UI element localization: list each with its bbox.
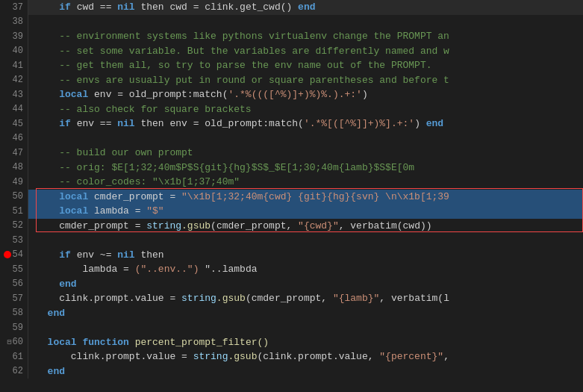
line-number: 62 [0,364,28,379]
code-line: 58 end [0,306,583,321]
code-line: 53 [0,233,583,248]
code-line: 45 if env == nil then env = old_prompt:m… [0,116,583,131]
code-token: "{cwd}" [298,220,339,231]
code-token: clink.prompt.value = [59,293,181,304]
code-line: 42 -- envs are usually put in round or s… [0,73,583,88]
code-line: 39 -- environment systems like pythons v… [0,29,583,44]
line-content: local lambda = "$" [28,204,583,219]
code-token: -- build our own prompt [59,147,193,158]
code-editor: 37 if cwd == nil then cwd = clink.get_cw… [0,0,583,379]
code-token [36,104,59,115]
code-token: ) [362,89,368,100]
code-token: "..lambda [199,264,257,275]
code-token: lambda = [82,264,134,275]
line-content: cmder_prompt = string.gsub(cmder_prompt,… [28,219,583,234]
code-token: , [443,351,449,362]
line-content: -- get them all, so try to parse the env… [28,58,583,73]
code-token [36,162,59,173]
code-token: env ~= [71,249,117,261]
code-token: (cmder_prompt, [211,220,298,231]
code-token [36,205,59,217]
line-number: 53 [0,233,28,248]
code-token [36,1,59,13]
line-number: 42 [0,73,28,88]
code-token: env == [71,118,117,129]
code-token: nil [117,1,134,13]
code-token: if [59,1,71,13]
code-token: env = old_prompt:match( [88,89,228,100]
code-token: lambda = [88,205,146,217]
line-content: end [28,364,583,379]
line-content: -- also check for square brackets [28,102,583,117]
code-line: 57 clink.prompt.value = string.gsub(cmde… [0,291,583,306]
line-number: 47 [0,146,28,161]
code-token: cwd = clink.get_cwd() [164,1,298,13]
line-number: ⊟60 [0,335,28,350]
code-token: local [48,337,77,348]
code-token: local [59,89,88,100]
code-line: 47 -- build our own prompt [0,146,583,161]
code-token: , verbatim(l [379,293,449,304]
code-token [36,46,59,57]
collapse-arrow-icon[interactable]: ⊟ [7,337,12,348]
line-number: 51 [0,204,28,219]
line-content [28,233,583,248]
code-token [36,60,59,71]
line-number: 46 [0,131,28,146]
line-content: -- build our own prompt [28,146,583,161]
code-token [36,293,59,304]
code-token [36,351,71,362]
line-content: end [28,277,583,292]
code-line: 62 end [0,364,583,379]
debug-dot[interactable] [4,251,11,258]
line-number: 37 [0,0,28,15]
code-token: local [59,191,88,202]
code-token [36,337,48,348]
line-number: 40 [0,44,28,59]
code-token: if [59,249,71,261]
code-token: '.*%[([^%]]+)%].+:' [304,118,414,129]
code-line: 48 -- orig: $E[1;32;40m$P$S{git}{hg}$S$_… [0,161,583,175]
code-token: .gsub [228,351,257,362]
code-token: local [59,205,88,217]
code-token: nil [117,118,134,129]
code-token [36,89,59,100]
code-token: "{percent}" [379,351,443,362]
code-line: 49 -- color_codes: "\x1b[1;37;40m" [0,175,583,190]
line-content: clink.prompt.value = string.gsub(clink.p… [28,349,583,364]
line-content [28,131,583,146]
line-number: 38 [0,15,28,30]
code-token: end [298,1,315,13]
code-token: .gsub [216,293,246,304]
line-number: 41 [0,58,28,73]
code-token: then [135,118,164,129]
line-content: -- color_codes: "\x1b[1;37;40m" [28,175,583,190]
line-number: 56 [0,277,28,292]
code-token [36,147,59,158]
code-token: -- set some variable. But the variables … [59,46,449,57]
code-line: 38 [0,15,583,30]
code-token: then [135,1,164,13]
code-token: percent_prompt_filter() [129,337,269,348]
line-content: if env == nil then env = old_prompt:matc… [28,116,583,131]
code-token [36,176,59,187]
code-token: end [426,118,443,129]
code-token: cmder_prompt = [88,191,181,202]
code-token: -- envs are usually put in round or squa… [59,75,449,86]
code-line: 46 [0,131,583,146]
code-token: string [193,351,228,362]
line-number: 45 [0,116,28,131]
code-token [36,75,59,86]
line-number: 49 [0,175,28,190]
code-line: 43 local env = old_prompt:match('.*%((([… [0,87,583,102]
code-token [36,249,59,261]
line-number: 57 [0,291,28,306]
line-content: -- environment systems like pythons virt… [28,29,583,44]
code-token: end [59,279,76,290]
code-token: end [48,366,65,377]
code-token [36,118,59,129]
code-line: 52 cmder_prompt = string.gsub(cmder_prom… [0,219,583,234]
code-token: -- orig: $E[1;32;40m$P$S{git}{hg}$S$_$E[… [59,162,414,173]
code-line: 40 -- set some variable. But the variabl… [0,44,583,59]
code-token: clink.prompt.value = [71,351,193,362]
